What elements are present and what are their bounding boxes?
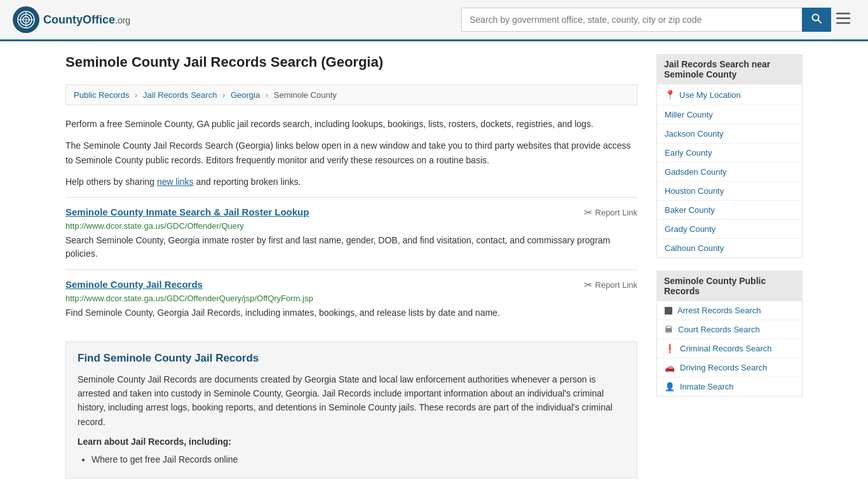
sidebar-court-records: 🏛 Court Records Search (657, 320, 802, 339)
main-wrapper: Seminole County Jail Records Search (Geo… (53, 41, 815, 488)
logo-text: CountyOffice.org (43, 13, 130, 27)
baker-county-link[interactable]: Baker County (665, 205, 715, 215)
gadsden-county-link[interactable]: Gadsden County (665, 167, 727, 177)
description-para2: The Seminole County Jail Records Search … (65, 139, 637, 167)
search-button[interactable] (802, 8, 831, 32)
breadcrumb: Public Records › Jail Records Search › G… (65, 85, 637, 105)
calhoun-county-link[interactable]: Calhoun County (665, 243, 724, 253)
logo-area[interactable]: CountyOffice.org (13, 6, 130, 33)
find-heading: Find Seminole County Jail Records (78, 352, 625, 365)
sidebar-nearby-title: Jail Records Search near Seminole County (656, 54, 803, 85)
menu-button[interactable] (831, 8, 855, 32)
breadcrumb-jail-records[interactable]: Jail Records Search (143, 90, 217, 100)
content: Seminole County Jail Records Search (Geo… (65, 54, 637, 478)
court-records-link[interactable]: Court Records Search (678, 325, 760, 334)
early-county-link[interactable]: Early County (665, 148, 712, 158)
svg-rect-8 (836, 18, 850, 20)
sidebar-public-section: Seminole County Public Records Arrest Re… (656, 271, 803, 396)
description-para1: Perform a free Seminole County, GA publi… (65, 117, 637, 131)
report-link-2[interactable]: ✂ Report Link (584, 279, 637, 291)
grady-county-link[interactable]: Grady County (665, 224, 715, 234)
breadcrumb-sep-3: › (266, 90, 268, 100)
sidebar-nearby-calhoun: Calhoun County (657, 239, 802, 257)
breadcrumb-public-records[interactable]: Public Records (74, 90, 129, 100)
sidebar-arrest-records: Arrest Records Search (657, 301, 802, 320)
sidebar-public-title: Seminole County Public Records (656, 271, 803, 301)
svg-line-6 (818, 20, 822, 24)
find-list-item-1: Where to get free Jail Records online (92, 452, 625, 468)
arrest-icon (665, 307, 672, 315)
use-location-link[interactable]: Use My Location (679, 90, 741, 100)
svg-rect-7 (836, 13, 850, 15)
sidebar-criminal-records: ❗ Criminal Records Search (657, 339, 802, 358)
report-icon-1: ✂ (584, 207, 592, 219)
pin-icon: 📍 (665, 90, 675, 100)
new-links-link[interactable]: new links (157, 177, 194, 187)
record-desc-1: Search Seminole County, Georgia inmate r… (65, 234, 637, 261)
houston-county-link[interactable]: Houston County (665, 186, 724, 196)
driving-records-link[interactable]: Driving Records Search (680, 363, 767, 372)
breadcrumb-sep-1: › (135, 90, 137, 100)
sidebar-nearby-grady: Grady County (657, 220, 802, 239)
arrest-records-link[interactable]: Arrest Records Search (677, 306, 761, 315)
search-area (461, 8, 855, 32)
record-item-1: Seminole County Inmate Search & Jail Ros… (65, 197, 637, 269)
sidebar-nearby-miller: Miller County (657, 105, 802, 125)
report-link-1[interactable]: ✂ Report Link (584, 207, 637, 219)
record-url-1[interactable]: http://www.dcor.state.ga.us/GDC/Offender… (65, 221, 637, 231)
sidebar-nearby-section: Jail Records Search near Seminole County… (656, 54, 803, 258)
records-list: Seminole County Inmate Search & Jail Ros… (65, 197, 637, 329)
jackson-county-link[interactable]: Jackson County (665, 129, 724, 139)
sidebar-nearby-baker: Baker County (657, 201, 802, 220)
breadcrumb-current: Seminole County (274, 90, 337, 100)
sidebar-nearby-houston: Houston County (657, 182, 802, 201)
header: CountyOffice.org (0, 0, 868, 41)
find-subtitle: Learn about Jail Records, including: (78, 437, 625, 447)
sidebar-public-list: Arrest Records Search 🏛 Court Records Se… (656, 301, 803, 396)
page-title: Seminole County Jail Records Search (Geo… (65, 54, 637, 76)
report-icon-2: ✂ (584, 279, 592, 291)
driving-icon: 🚗 (665, 363, 675, 372)
sidebar-nearby-early: Early County (657, 144, 802, 163)
sidebar: Jail Records Search near Seminole County… (656, 54, 803, 478)
sidebar-driving-records: 🚗 Driving Records Search (657, 358, 802, 377)
search-input[interactable] (461, 8, 802, 32)
record-url-2[interactable]: http://www.dcor.state.ga.us/GDC/Offender… (65, 294, 637, 303)
criminal-records-link[interactable]: Criminal Records Search (680, 344, 772, 353)
find-section: Find Seminole County Jail Records Semino… (65, 341, 637, 479)
sidebar-nearby-list: 📍 Use My Location Miller County Jackson … (656, 85, 803, 258)
inmate-icon: 👤 (665, 382, 675, 391)
sidebar-nearby-jackson: Jackson County (657, 125, 802, 144)
breadcrumb-georgia[interactable]: Georgia (231, 90, 260, 100)
criminal-icon: ❗ (665, 344, 675, 353)
find-list: Where to get free Jail Records online (78, 452, 625, 468)
sidebar-inmate-search: 👤 Inmate Search (657, 377, 802, 396)
description-para3: Help others by sharing new links and rep… (65, 175, 637, 189)
record-item-2: Seminole County Jail Records ✂ Report Li… (65, 269, 637, 329)
find-para1: Seminole County Jail Records are documen… (78, 372, 625, 430)
court-icon: 🏛 (665, 325, 673, 334)
use-location-item: 📍 Use My Location (657, 85, 802, 105)
record-title-2[interactable]: Seminole County Jail Records (65, 279, 203, 290)
inmate-search-link[interactable]: Inmate Search (680, 382, 734, 391)
record-desc-2: Find Seminole County, Georgia Jail Recor… (65, 306, 637, 320)
record-title-1[interactable]: Seminole County Inmate Search & Jail Ros… (65, 207, 309, 217)
breadcrumb-sep-2: › (222, 90, 225, 100)
miller-county-link[interactable]: Miller County (665, 110, 713, 119)
sidebar-nearby-gadsden: Gadsden County (657, 163, 802, 182)
logo-icon (13, 6, 39, 33)
svg-rect-9 (836, 22, 850, 24)
